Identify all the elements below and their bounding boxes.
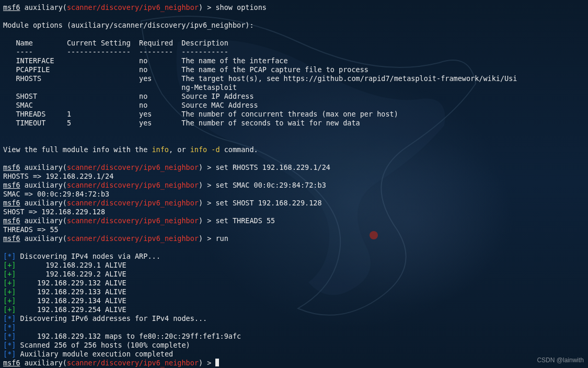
- command-set-threads: set THREADS 55: [215, 216, 275, 225]
- prompt-module: scanner/discovery/ipv6_neighbor: [67, 3, 199, 12]
- terminal-output[interactable]: msf6 auxiliary(scanner/discovery/ipv6_ne…: [0, 0, 588, 368]
- options-table: Name Current Setting Required Descriptio…: [3, 39, 585, 128]
- prompt-auxiliary: auxiliary: [25, 3, 63, 12]
- echo-shost: SHOST => 192.168.229.128: [3, 208, 105, 216]
- command-show-options: show options: [215, 3, 267, 12]
- status-alive: 192.168.229.133 ALIVE: [16, 288, 126, 296]
- status-star: [*]: [3, 252, 16, 260]
- status-discover-ipv4: Discovering IPv4 nodes via ARP...: [16, 252, 160, 260]
- info-d-link: info -d: [190, 145, 220, 154]
- echo-smac: SMAC => 00:0c:29:84:72:b3: [3, 190, 109, 198]
- status-completed: Auxiliary module execution completed: [16, 350, 173, 358]
- status-alive: 192.168.229.132 ALIVE: [16, 279, 126, 287]
- status-discover-ipv6: Discovering IPv6 addresses for IPv4 node…: [16, 314, 207, 323]
- echo-threads: THREADS => 55: [3, 225, 59, 234]
- command-set-smac: set SMAC 00:0c:29:84:72:b3: [215, 181, 326, 189]
- watermark: CSDN @lainwith: [537, 356, 584, 365]
- status-alive: 192.168.229.1 ALIVE: [16, 261, 126, 269]
- status-alive: 192.168.229.254 ALIVE: [16, 305, 126, 314]
- status-scanned: Scanned 256 of 256 hosts (100% complete): [16, 341, 190, 349]
- command-set-rhosts: set RHOSTS 192.168.229.1/24: [215, 163, 330, 171]
- status-alive: 192.168.229.134 ALIVE: [16, 296, 126, 305]
- module-options-header: Module options (auxiliary/scanner/discov…: [3, 21, 254, 29]
- terminal-cursor[interactable]: [215, 359, 219, 366]
- command-run: run: [215, 234, 228, 243]
- echo-rhosts: RHOSTS => 192.168.229.1/24: [3, 172, 113, 180]
- status-maps: 192.168.229.132 maps to fe80::20c:29ff:f…: [16, 332, 241, 340]
- prompt-prefix: msf6: [3, 3, 20, 12]
- info-link: info: [152, 145, 169, 154]
- status-plus: [+]: [3, 261, 16, 269]
- command-set-shost: set SHOST 192.168.229.128: [215, 199, 321, 207]
- status-alive: 192.168.229.2 ALIVE: [16, 270, 126, 278]
